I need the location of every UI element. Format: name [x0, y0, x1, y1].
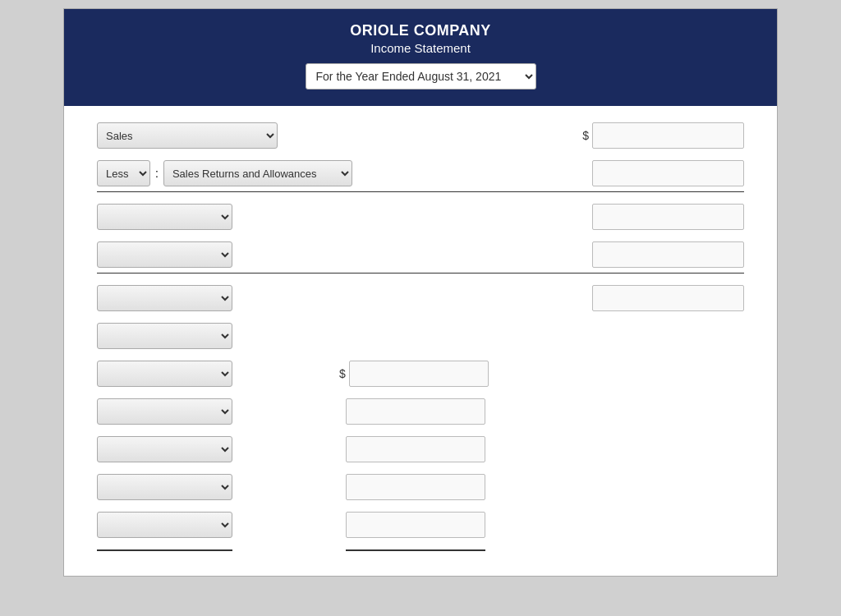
period-select[interactable]: For the Year Ended August 31, 2021 [306, 63, 536, 90]
input-row3[interactable] [592, 204, 744, 230]
bottom-underline-row [97, 549, 744, 551]
select-row8[interactable] [97, 398, 232, 425]
row-3 [97, 204, 744, 230]
select-row3[interactable] [97, 204, 232, 230]
input-row11[interactable] [346, 512, 485, 538]
row-less: Less : Sales Returns and Allowances [97, 160, 744, 192]
row-4 [97, 241, 744, 274]
statement-subtitle: Income Statement [80, 41, 761, 55]
select-row6[interactable] [97, 323, 232, 349]
select-row9[interactable] [97, 436, 232, 462]
sales-select[interactable]: Sales [97, 122, 278, 149]
dollar-sign-2: $ [339, 367, 346, 380]
row-8 [97, 398, 744, 425]
row-5 [97, 285, 744, 311]
row-9 [97, 436, 744, 462]
input-row8[interactable] [346, 398, 485, 425]
row-6 [97, 323, 744, 349]
row-7: $ [97, 361, 744, 387]
less-select[interactable]: Less [97, 160, 150, 186]
row-sales: Sales $ [97, 122, 744, 149]
company-title: ORIOLE COMPANY [80, 22, 761, 39]
less-right-input[interactable] [592, 160, 744, 186]
colon-label: : [155, 167, 159, 180]
row-10 [97, 474, 744, 500]
input-row5[interactable] [592, 285, 744, 311]
input-row9[interactable] [346, 436, 485, 462]
select-row4[interactable] [97, 241, 232, 268]
select-row11[interactable] [97, 512, 232, 538]
input-row10[interactable] [346, 474, 485, 500]
page-container: ORIOLE COMPANY Income Statement For the … [63, 8, 778, 577]
select-row7[interactable] [97, 361, 232, 387]
period-select-wrapper[interactable]: For the Year Ended August 31, 2021 [306, 63, 536, 90]
select-row5[interactable] [97, 285, 232, 311]
input-row4[interactable] [592, 241, 744, 268]
sales-returns-select[interactable]: Sales Returns and Allowances [163, 160, 352, 186]
income-statement-content: Sales $ Less : Sales Returns and Allowan… [64, 106, 777, 576]
header: ORIOLE COMPANY Income Statement For the … [64, 9, 777, 106]
sales-input[interactable] [592, 122, 744, 149]
input-row7[interactable] [349, 361, 489, 387]
dollar-sign-1: $ [582, 129, 589, 142]
sales-right-col: $ [582, 122, 744, 149]
row-11 [97, 512, 744, 538]
select-row10[interactable] [97, 474, 232, 500]
